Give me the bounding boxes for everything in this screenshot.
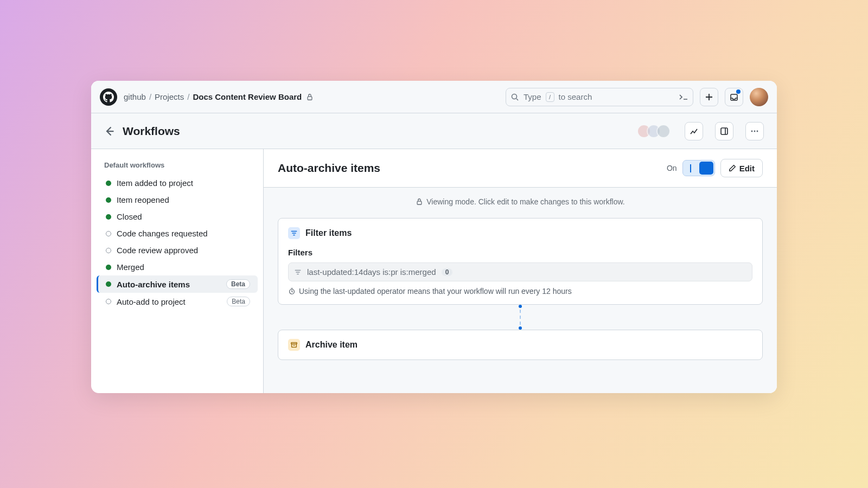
breadcrumb-separator: / [187,92,189,101]
status-on-icon [106,197,111,203]
filter-query-text: last-updated:14days is:pr is:merged [307,267,436,277]
sidebar-item-label: Closed [117,212,142,221]
action-card: Archive item [278,330,763,360]
sidebar: Default workflows Item added to projectI… [91,149,264,393]
arrow-left-icon [104,126,115,137]
edit-button-label: Edit [739,164,755,173]
lock-icon [416,198,423,206]
svg-point-5 [757,130,758,132]
workflow-toggle[interactable]: | [682,160,715,176]
filter-hint: Using the last-updated operator means th… [288,287,752,296]
panel-button[interactable] [715,122,733,140]
svg-rect-0 [308,97,312,100]
search-icon [510,93,519,101]
workflow-header: Auto-archive items On | Edit [264,149,777,188]
sidebar-item-label: Code changes requested [117,229,208,238]
workflow-canvas: Viewing mode. Click edit to make changes… [264,188,777,393]
edit-button[interactable]: Edit [720,159,763,177]
sidebar-item-label: Auto-archive items [117,280,190,289]
stopwatch-icon [288,287,296,295]
github-logo[interactable] [100,88,117,106]
sidebar-item-workflow[interactable]: Item added to project [97,175,258,191]
sidebar-item-workflow[interactable]: Code review approved [97,242,258,259]
search-placeholder-suffix: to search [559,92,592,101]
status-on-icon [106,181,111,186]
breadcrumb-org[interactable]: github [124,92,146,101]
filter-query-input[interactable]: last-updated:14days is:pr is:merged 0 [288,262,752,281]
workflow-title: Auto-archive items [278,162,380,175]
status-off-icon [106,231,111,236]
filter-card: Filter items Filters last-updated:14days… [278,218,763,305]
archive-icon [288,339,300,351]
lock-icon [306,93,314,101]
main-panel: Auto-archive items On | Edit Viewing mod… [264,149,777,393]
sidebar-heading: Default workflows [97,159,258,175]
add-button[interactable] [700,88,718,106]
status-off-icon [106,248,111,253]
app-window: github / Projects / Docs Content Review … [91,81,777,393]
beta-badge: Beta [227,297,250,306]
status-on-icon [106,265,111,270]
sidebar-item-workflow[interactable]: Closed [97,208,258,225]
breadcrumb-current[interactable]: Docs Content Review Board [193,92,302,101]
sidebar-item-workflow[interactable]: Merged [97,259,258,275]
sidebar-item-label: Auto-add to project [117,297,186,306]
svg-point-3 [751,130,753,132]
filters-label: Filters [288,248,752,257]
subheader: Workflows [91,113,777,149]
svg-point-1 [512,94,517,99]
more-button[interactable] [745,122,764,140]
toggle-state-label: On [667,164,677,172]
view-mode-text: Viewing mode. Click edit to make changes… [426,197,624,206]
status-on-icon [106,214,111,220]
search-key-hint: / [546,92,554,102]
page-title: Workflows [123,125,180,138]
sidebar-item-label: Item added to project [117,178,193,188]
sidebar-item-label: Item reopened [117,195,169,204]
view-mode-notice: Viewing mode. Click edit to make changes… [278,188,763,218]
command-palette-icon[interactable] [679,93,688,101]
kebab-icon [750,127,759,136]
breadcrumb-separator: / [149,92,151,101]
search-input[interactable]: Type / to search [506,88,693,106]
svg-rect-6 [417,201,422,204]
inbox-icon [730,93,738,101]
notification-dot-icon [736,89,741,94]
filter-icon [294,268,302,276]
inbox-button[interactable] [725,88,743,106]
beta-badge: Beta [226,279,250,289]
avatar [656,124,671,138]
back-button[interactable] [104,126,115,137]
status-on-icon [106,281,111,287]
connector [278,305,763,330]
panel-icon [720,127,729,136]
sidebar-item-workflow[interactable]: Auto-archive itemsBeta [97,275,258,293]
header: github / Projects / Docs Content Review … [91,81,777,113]
svg-point-4 [754,130,756,132]
sidebar-item-label: Code review approved [117,246,198,255]
filter-hint-text: Using the last-updated operator means th… [299,287,572,296]
svg-rect-2 [721,128,727,134]
sidebar-item-label: Merged [117,262,144,272]
breadcrumb: github / Projects / Docs Content Review … [124,92,314,101]
sidebar-item-workflow[interactable]: Auto-add to projectBeta [97,293,258,310]
insights-button[interactable] [685,122,703,140]
status-off-icon [106,299,111,304]
sidebar-item-workflow[interactable]: Code changes requested [97,225,258,242]
svg-rect-8 [291,343,297,344]
avatar[interactable] [750,88,768,106]
collaborators[interactable] [641,124,671,138]
breadcrumb-section[interactable]: Projects [155,92,184,101]
plus-icon [705,93,713,101]
filter-icon [288,227,300,239]
pencil-icon [729,164,736,172]
chart-icon [690,127,698,136]
search-placeholder-prefix: Type [524,92,541,101]
action-card-title: Archive item [305,340,358,350]
filter-card-title: Filter items [305,228,352,238]
filter-count-badge: 0 [442,268,453,276]
body: Default workflows Item added to projectI… [91,149,777,393]
sidebar-item-workflow[interactable]: Item reopened [97,191,258,208]
